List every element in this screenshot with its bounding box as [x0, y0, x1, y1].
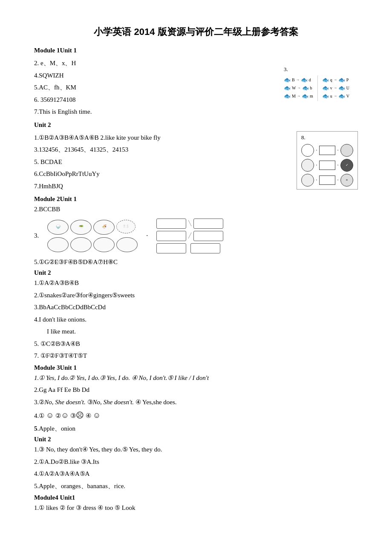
unit2-line1: 1.①B②A③B④A⑤A⑥B 2.like kite your bike fly	[34, 132, 288, 144]
unit2-line6: 6.CcBbIiOoPpRrTtUuYy	[34, 169, 288, 180]
line-6num: 6. 35691274108	[34, 95, 275, 106]
fish-diagram: 3. 🐟B → 🐟d 🐟W → 🐟b 🐟M	[284, 66, 349, 101]
module1unit1-title: Module 1Unit 1	[34, 47, 358, 54]
module3unit1-title: Module 3Unit 1	[34, 364, 358, 371]
m2u2-line4b: I like meat.	[47, 326, 358, 337]
unit2-title1: Unit 2	[34, 121, 358, 129]
line-2e: 2. e、M、x、H	[34, 58, 275, 69]
m3u2-line5: 5.Apple、oranges、bananas、rice.	[34, 481, 358, 492]
module1unit1-section: Module 1Unit 1 2. e、M、x、H 4.SQWIZH 5.AC、…	[34, 47, 358, 119]
unit2-section2: Unit 2 1.①A②A③B④B 2.①snakes②are③for④ging…	[34, 269, 358, 362]
m2u2-line2: 2.①snakes②are③for④gingers⑤sweets	[34, 290, 358, 301]
unit2-title3: Unit 2	[34, 436, 358, 443]
module4unit1-section: Module4 Unit1 1.① likes ② for ③ dress ④ …	[34, 494, 358, 514]
m3u1-line2: 2.Gg Aa Ff Ee Bb Dd	[34, 385, 358, 396]
m2u2-line7: 7. ①F②F③T④T⑤T	[34, 351, 358, 362]
m2u2-line4a: 4.I don't like onions.	[34, 314, 358, 325]
line-5ac: 5.AC、fh、KM	[34, 82, 275, 93]
unit2-line3: 3.132456、213645、41325、24153	[34, 144, 288, 155]
m3u1-line4: 4.① ☺ ②☺ ③☹ ④ ☺	[34, 409, 358, 422]
unit2-title2: Unit 2	[34, 269, 358, 276]
m3u2-line2: 2.①A.Do②B.like ③A.Its	[34, 457, 358, 468]
m3u1-line5: 5.Apple、onion	[34, 423, 358, 434]
module4unit1-title: Module4 Unit1	[34, 494, 358, 501]
line-7english: 7.This is English time.	[34, 106, 275, 118]
page-title: 小学英语 2014 版资源与评价二年级上册参考答案	[34, 26, 358, 38]
unit2-line5: 5. BCDAE	[34, 157, 288, 168]
m3u2-line1: 1.③ No, they don't④ Yes, they do.⑤ Yes, …	[34, 444, 358, 455]
m2u1-line2: 2.BCCBB	[34, 204, 358, 215]
m2u2-line3: 3.BbAaCcBbCcDdBbCcDd	[34, 302, 358, 313]
m2u2-line5: 5. ①C②B③A④B	[34, 339, 358, 350]
unit2-section3: Unit 2 1.③ No, they don't④ Yes, they do.…	[34, 436, 358, 492]
shape-match-diagram: 8. ✓ ≡	[297, 131, 358, 190]
m3u1-line1: 1.① Yes, I do.② Yes, I do.③ Yes, I do. ④…	[34, 373, 358, 384]
unit2-line7: 7.HmhBJQ	[34, 181, 288, 192]
m2u1-line5: 5.①G②E③F④B⑤D⑥A⑦H⑧C	[34, 257, 358, 268]
module2unit1-section: Module 2Unit 1 2.BCCBB 3. 🍚 🥗 🍜 🍽️ ·	[34, 196, 358, 267]
module2unit1-title: Module 2Unit 1	[34, 196, 358, 203]
m2u2-line1: 1.①A②A③B④B	[34, 278, 358, 289]
m3u2-line4: 4.①A②A③A④A⑤A	[34, 469, 358, 480]
m4u1-line1: 1.① likes ② for ③ dress ④ too ⑤ Look	[34, 503, 358, 514]
line-4sqwizh: 4.SQWIZH	[34, 70, 275, 81]
m3u1-line3: 3.②No, She doesn't. ③No, She doesn't. ④ …	[34, 397, 358, 408]
m2u1-item3: 3. 🍚 🥗 🍜 🍽️ · ╲	[34, 219, 358, 253]
unit2-section1: Unit 2 1.①B②A③B④A⑤A⑥B 2.like kite your b…	[34, 121, 358, 193]
module3unit1-section: Module 3Unit 1 1.① Yes, I do.② Yes, I do…	[34, 364, 358, 434]
